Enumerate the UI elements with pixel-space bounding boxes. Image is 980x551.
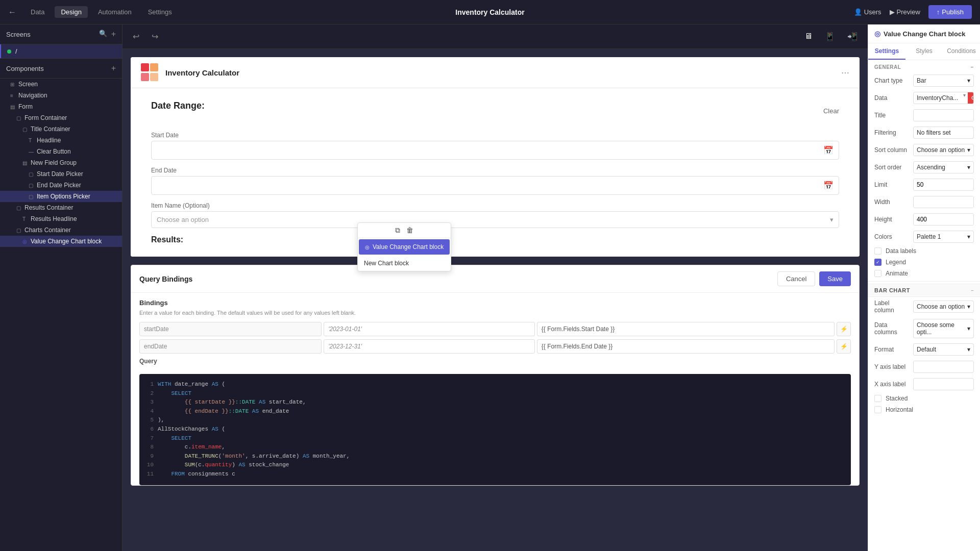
end-date-calendar-icon[interactable]: 📅	[823, 181, 834, 190]
tab-styles[interactable]: Styles	[905, 43, 943, 60]
start-date-label: Start Date	[151, 132, 839, 139]
data-columns-select[interactable]: Choose some opti... ▾	[913, 319, 974, 338]
y-axis-input[interactable]	[914, 361, 974, 372]
tree-label-form: Form	[18, 103, 33, 110]
data-gear-button[interactable]: ⚙	[968, 92, 974, 104]
filtering-select[interactable]: No filters set	[913, 127, 974, 139]
screen-item-root[interactable]: /	[0, 44, 122, 58]
data-labels-checkbox[interactable]	[874, 247, 881, 255]
legend-label: Legend	[886, 259, 906, 266]
limit-input[interactable]	[914, 179, 974, 190]
popup-item-value-change-chart[interactable]: ◎ Value Change Chart block	[359, 239, 450, 255]
bar-chart-section: BAR CHART −	[868, 284, 980, 297]
binding-lightning-start-date[interactable]: ⚡	[837, 322, 851, 336]
results-headline-tree-icon: T	[22, 216, 29, 222]
code-line-2: 2 SELECT	[145, 389, 845, 398]
nav-tab-settings[interactable]: Settings	[142, 6, 178, 18]
nav-tab-automation[interactable]: Automation	[92, 6, 138, 18]
binding-value-start-date[interactable]: {{ Form.Fields.Start Date }}	[537, 322, 835, 336]
height-input[interactable]	[914, 214, 974, 225]
tree-item-screen[interactable]: ⊞ Screen	[0, 79, 122, 90]
tablet-view-button[interactable]: 📱	[821, 30, 839, 43]
tree-item-headline[interactable]: T Headline	[0, 135, 122, 146]
users-button[interactable]: 👤 Users	[854, 8, 881, 16]
navigation-tree-icon: ≡	[10, 93, 16, 98]
colors-select[interactable]: Palette 1 ▾	[913, 231, 974, 243]
sort-order-select[interactable]: Ascending ▾	[913, 161, 974, 173]
query-bindings-title: Query Bindings	[139, 275, 192, 283]
end-date-text-input[interactable]	[157, 182, 823, 189]
sort-column-select[interactable]: Choose an option ▾	[913, 144, 974, 156]
x-axis-label: X axis label	[874, 381, 910, 388]
popup-item-new-chart[interactable]: New Chart block	[358, 256, 451, 271]
label-column-select[interactable]: Choose an option ▾	[913, 300, 974, 313]
tree-item-results-container[interactable]: ▢ Results Container	[0, 202, 122, 213]
tree-label-navigation: Navigation	[18, 92, 47, 99]
tab-settings[interactable]: Settings	[868, 43, 905, 60]
format-select[interactable]: Default ▾	[913, 343, 974, 356]
tab-conditions[interactable]: Conditions	[943, 43, 980, 60]
code-line-4: 4 {{ endDate }}::DATE AS end_date	[145, 407, 845, 416]
horizontal-checkbox[interactable]	[874, 406, 881, 413]
tree-item-end-date-picker[interactable]: ▢ End Date Picker	[0, 180, 122, 191]
start-date-input[interactable]: 📅	[151, 141, 839, 160]
nav-tab-data[interactable]: Data	[24, 6, 51, 18]
tree-item-form-container[interactable]: ▢ Form Container	[0, 112, 122, 123]
bar-chart-title: BAR CHART	[874, 287, 910, 293]
general-collapse-icon[interactable]: −	[971, 64, 974, 70]
title-input[interactable]	[914, 110, 974, 121]
top-nav-right: 👤 Users ▶ Preview ↑ Publish	[854, 5, 972, 19]
chart-type-select[interactable]: Bar ▾	[913, 74, 974, 87]
tree-item-value-change-chart[interactable]: ◎ Value Change Chart block	[0, 236, 122, 247]
nav-tab-design[interactable]: Design	[55, 6, 87, 18]
y-axis-input-group: ⚡	[913, 361, 974, 373]
main-layout: Screens 🔍 + / Components + ⊞ Screen ≡ Na…	[0, 24, 980, 551]
bar-chart-collapse-icon[interactable]: −	[971, 288, 974, 293]
search-icon[interactable]: 🔍	[99, 30, 107, 39]
tree-item-results-headline[interactable]: T Results Headline	[0, 213, 122, 224]
new-field-group-tree-icon: ▤	[22, 160, 29, 166]
tree-item-item-options-picker[interactable]: ▢ Item Options Picker	[0, 191, 122, 202]
delete-icon[interactable]: 🗑	[404, 225, 415, 236]
start-date-calendar-icon[interactable]: 📅	[823, 145, 834, 155]
copy-icon[interactable]: ⧉	[393, 225, 402, 236]
save-button[interactable]: Save	[819, 271, 851, 286]
screen-tree-icon: ⊞	[10, 82, 16, 87]
form-tree-icon: ▤	[10, 104, 16, 110]
tree-item-new-field-group[interactable]: ▤ New Field Group	[0, 157, 122, 168]
add-component-icon[interactable]: +	[111, 64, 116, 73]
item-name-select[interactable]: Choose an option ▾	[151, 211, 839, 228]
tree-item-form[interactable]: ▤ Form	[0, 101, 122, 112]
title-input-group: ⚡	[913, 109, 974, 121]
tree-item-clear-button[interactable]: — Clear Button	[0, 146, 122, 157]
mobile-view-button[interactable]: 📲	[843, 30, 862, 43]
end-date-input[interactable]: 📅	[151, 176, 839, 195]
tree-label-end-date-picker: End Date Picker	[37, 182, 81, 189]
code-line-1: 1 WITH date_range AS (	[145, 380, 845, 389]
tree-item-start-date-picker[interactable]: ▢ Start Date Picker	[0, 168, 122, 180]
data-columns-label: Data columns	[874, 321, 910, 336]
code-line-11: 11 FROM consignments c	[145, 470, 845, 479]
publish-button[interactable]: ↑ Publish	[928, 5, 972, 19]
start-date-text-input[interactable]	[157, 146, 823, 154]
stacked-label: Stacked	[886, 395, 908, 402]
legend-checkbox[interactable]: ✓	[874, 259, 881, 266]
redo-button[interactable]: ↪	[148, 30, 162, 43]
add-screen-icon[interactable]: +	[111, 30, 116, 39]
width-input[interactable]	[914, 196, 974, 208]
tree-item-title-container[interactable]: ▢ Title Container	[0, 123, 122, 135]
tree-item-charts-container[interactable]: ▢ Charts Container	[0, 224, 122, 236]
stacked-checkbox[interactable]	[874, 395, 881, 402]
binding-lightning-end-date[interactable]: ⚡	[837, 339, 851, 354]
desktop-view-button[interactable]: 🖥	[800, 30, 817, 43]
clear-button[interactable]: Clear	[823, 107, 839, 115]
tree-item-navigation[interactable]: ≡ Navigation	[0, 90, 122, 101]
x-axis-input[interactable]	[914, 379, 974, 390]
back-button[interactable]: ←	[8, 8, 16, 17]
binding-value-end-date[interactable]: {{ Form.Fields.End Date }}	[537, 339, 835, 354]
undo-button[interactable]: ↩	[129, 30, 143, 43]
preview-button[interactable]: ▶ Preview	[890, 8, 920, 16]
cancel-button[interactable]: Cancel	[777, 271, 815, 286]
menu-icon[interactable]: ⋯	[841, 68, 849, 78]
animate-checkbox[interactable]	[874, 270, 881, 277]
